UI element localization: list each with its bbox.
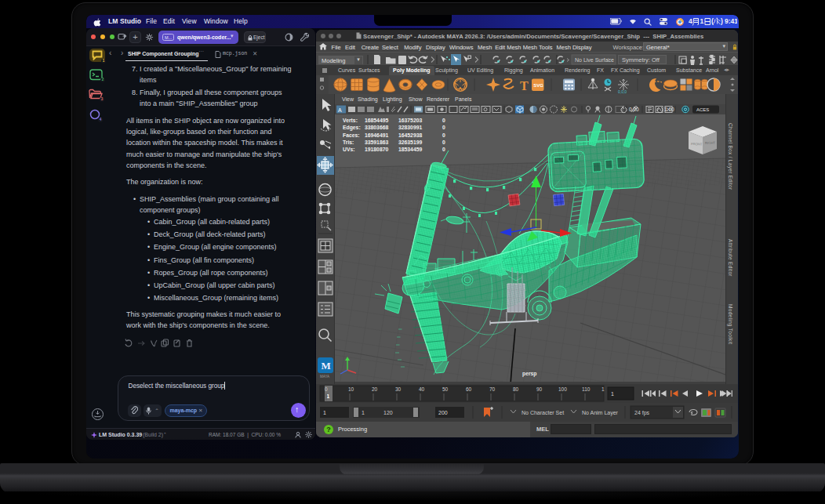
- svg-text:10: 10: [348, 386, 354, 392]
- svg-text:40: 40: [419, 386, 425, 392]
- svg-text:Verts:: Verts:: [343, 118, 358, 123]
- svg-text:UVs:: UVs:: [343, 147, 355, 152]
- svg-text:0: 0: [442, 140, 445, 145]
- svg-text:SVG: SVG: [533, 83, 543, 88]
- svg-text:1.00: 1.00: [664, 107, 674, 112]
- svg-text:30: 30: [395, 386, 402, 392]
- svg-text:24 fps: 24 fps: [634, 410, 650, 416]
- svg-text:MAYA: MAYA: [320, 375, 329, 379]
- svg-text:32830991: 32830991: [398, 125, 422, 130]
- svg-text:persp: persp: [522, 371, 537, 377]
- svg-text:1: 1: [601, 386, 605, 392]
- svg-text:): ): [721, 17, 723, 25]
- svg-text:RIGHT: RIGHT: [705, 141, 716, 145]
- svg-text:1: 1: [611, 391, 614, 397]
- svg-text:4: 4: [689, 17, 692, 25]
- svg-text:16854495: 16854495: [365, 118, 388, 123]
- svg-text:1: 1: [327, 393, 330, 399]
- svg-text:1: 1: [700, 17, 704, 25]
- svg-text:0.00: 0.00: [629, 107, 639, 112]
- svg-text:0: 0: [325, 386, 328, 392]
- svg-text:60: 60: [466, 386, 472, 392]
- svg-text:1: 1: [323, 410, 326, 415]
- svg-text:0: 0: [442, 125, 445, 130]
- svg-text:110: 110: [582, 386, 591, 392]
- svg-text:100: 100: [558, 386, 567, 392]
- svg-text:90: 90: [536, 386, 543, 392]
- svg-text:32635199: 32635199: [398, 140, 422, 145]
- svg-text:No Anim Layer: No Anim Layer: [582, 410, 619, 416]
- svg-text:FRONT: FRONT: [691, 142, 703, 147]
- svg-text:16946491: 16946491: [365, 132, 388, 138]
- svg-text:19180870: 19180870: [365, 147, 388, 152]
- svg-text:Faces:: Faces:: [343, 132, 360, 138]
- svg-text:M: M: [322, 360, 331, 372]
- svg-text:16375203: 16375203: [398, 118, 422, 123]
- svg-text:70: 70: [489, 386, 496, 392]
- svg-text:1: 1: [362, 410, 365, 415]
- svg-text:200: 200: [438, 410, 448, 415]
- svg-text:Edges:: Edges:: [343, 125, 361, 131]
- svg-text:T: T: [520, 79, 529, 92]
- svg-text:9:41: 9:41: [725, 17, 737, 25]
- svg-text:0: 0: [442, 147, 445, 152]
- svg-text:18534459: 18534459: [398, 147, 422, 152]
- svg-text:33803668: 33803668: [365, 125, 388, 130]
- svg-text:120: 120: [383, 410, 393, 415]
- svg-text:Tris:: Tris:: [343, 140, 354, 145]
- svg-text:A: A: [338, 107, 342, 113]
- svg-text:0: 0: [442, 132, 445, 138]
- svg-text:16452938: 16452938: [398, 132, 422, 138]
- svg-text:80: 80: [513, 386, 519, 392]
- svg-text:0: 0: [442, 118, 445, 123]
- svg-text:No Character Set: No Character Set: [522, 410, 564, 415]
- svg-text:20: 20: [372, 386, 378, 392]
- svg-text:33591863: 33591863: [365, 140, 388, 145]
- svg-text:50: 50: [442, 386, 449, 392]
- svg-text:ACES: ACES: [696, 107, 709, 112]
